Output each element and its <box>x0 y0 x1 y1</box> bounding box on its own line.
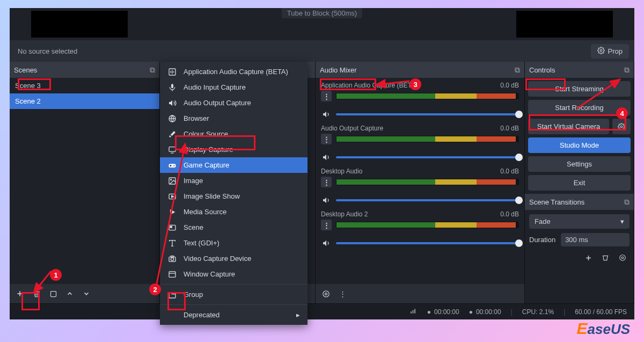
menu-item-label: Game Capture <box>184 161 229 169</box>
menu-item-scene[interactable]: Scene <box>160 220 308 235</box>
obs-app-window: Tube to Block (500ms) No source selected… <box>10 8 634 319</box>
audio-meter: -60-55-50-45-40-35-30-25-20-15-10-50 <box>336 93 519 99</box>
svg-rect-29 <box>169 271 175 277</box>
menu-item-mic[interactable]: Audio Input Capture <box>160 79 308 95</box>
scene-item[interactable]: Scene 2 <box>10 93 159 109</box>
menu-item-label: Text (GDI+) <box>184 239 219 247</box>
scene-icon <box>167 223 177 232</box>
start-virtual-camera-button[interactable]: Start Virtual Camera <box>528 119 609 134</box>
volume-slider[interactable] <box>336 113 519 115</box>
audio-meter: -60-55-50-45-40-35-30-25-20-15-10-50 <box>336 136 519 142</box>
delete-transition-button[interactable] <box>598 251 612 265</box>
add-transition-button[interactable] <box>581 251 595 265</box>
exit-button[interactable]: Exit <box>528 175 631 191</box>
start-recording-button[interactable]: Start Recording <box>528 100 631 115</box>
menu-item-globe[interactable]: Browser <box>160 111 308 126</box>
channel-db: 0.0 dB <box>500 82 519 89</box>
scenes-header: Scenes ⧉ <box>10 62 159 78</box>
properties-label: Prop <box>608 47 623 55</box>
svg-rect-46 <box>414 309 415 314</box>
scene-transitions-body: Fade ▾ Duration 300 ms <box>525 210 634 269</box>
slideshow-icon <box>167 192 177 201</box>
camera-icon <box>167 254 177 264</box>
svg-rect-11 <box>169 147 175 151</box>
properties-button[interactable]: Prop <box>591 44 629 59</box>
volume-slider[interactable] <box>336 199 519 201</box>
filter-scene-button[interactable] <box>46 287 60 301</box>
duration-label: Duration <box>529 236 555 244</box>
volume-slider[interactable] <box>336 242 519 244</box>
start-streaming-button[interactable]: Start Streaming <box>528 81 631 97</box>
virtual-camera-settings-button[interactable] <box>612 119 631 134</box>
menu-item-text[interactable]: Text (GDI+) <box>160 235 308 251</box>
controls-header: Controls ⧉ <box>525 62 634 78</box>
move-scene-down-button[interactable] <box>79 287 93 301</box>
add-scene-button[interactable] <box>13 287 27 301</box>
menu-item-label: Scene <box>184 223 203 231</box>
channel-menu-button[interactable]: ⋮ <box>321 134 332 144</box>
svg-point-37 <box>325 293 327 295</box>
menu-item-label: Display Capture <box>184 145 233 154</box>
speaker-icon <box>167 98 177 108</box>
transition-settings-button[interactable] <box>616 251 630 265</box>
play-icon <box>167 207 177 217</box>
svg-point-42 <box>621 257 624 259</box>
audio-mixer-footer: ⋮ <box>316 284 524 303</box>
popout-icon[interactable]: ⧉ <box>624 66 630 75</box>
annotation-badge-3: 3 <box>409 78 421 90</box>
menu-item-brush[interactable]: Colour Source <box>160 126 308 142</box>
preview-right <box>516 11 613 38</box>
popout-icon[interactable]: ⧉ <box>515 66 520 75</box>
popout-icon[interactable]: ⧉ <box>150 66 155 75</box>
menu-item-camera[interactable]: Video Capture Device <box>160 251 308 266</box>
mute-button[interactable] <box>321 109 332 120</box>
svg-marker-21 <box>170 209 175 215</box>
channel-name: Desktop Audio 2 <box>321 210 368 218</box>
scene-item[interactable]: Scene 3 <box>10 78 159 93</box>
svg-marker-34 <box>323 155 326 161</box>
svg-point-39 <box>620 126 623 128</box>
svg-marker-9 <box>169 100 172 106</box>
menu-item-slideshow[interactable]: Image Slide Show <box>160 188 308 204</box>
duration-input[interactable]: 300 ms <box>561 233 630 246</box>
window-icon <box>167 270 177 279</box>
popout-icon[interactable]: ⧉ <box>624 198 630 207</box>
menu-item-play[interactable]: Media Source <box>160 204 308 220</box>
status-cpu: CPU: 2.1% <box>522 308 554 316</box>
volume-slider[interactable] <box>336 156 519 158</box>
menu-item-image[interactable]: Image <box>160 173 308 188</box>
studio-mode-button[interactable]: Studio Mode <box>528 137 631 153</box>
svg-marker-35 <box>323 198 326 203</box>
mixer-menu-button[interactable]: ⋮ <box>335 287 349 301</box>
controls-panel: Controls ⧉ Start Streaming Start Recordi… <box>525 62 634 194</box>
menu-item-label: Image Slide Show <box>184 192 240 200</box>
source-toolbar: No source selected Prop <box>10 40 634 62</box>
channel-db: 0.0 dB <box>500 125 519 132</box>
svg-rect-23 <box>170 226 172 228</box>
transition-select[interactable]: Fade ▾ <box>529 214 630 229</box>
settings-button[interactable]: Settings <box>528 156 631 172</box>
mute-button[interactable] <box>321 152 332 163</box>
svg-marker-20 <box>172 195 174 198</box>
mixer-channel: Desktop Audio 20.0 dB⋮-60-55-50-45-40-35… <box>316 209 524 252</box>
move-scene-up-button[interactable] <box>63 287 77 301</box>
menu-item-display[interactable]: Display Capture <box>160 142 308 157</box>
preview-area: Tube to Block (500ms) <box>10 8 634 40</box>
channel-menu-button[interactable]: ⋮ <box>321 220 332 230</box>
mute-button[interactable] <box>321 238 332 249</box>
svg-point-0 <box>600 49 602 52</box>
channel-menu-button[interactable]: ⋮ <box>321 91 332 101</box>
text-icon <box>167 238 177 248</box>
channel-menu-button[interactable]: ⋮ <box>321 177 332 187</box>
menu-item-label: Audio Input Capture <box>184 83 246 91</box>
menu-item-window[interactable]: Window Capture <box>160 266 308 282</box>
svg-rect-3 <box>50 291 56 296</box>
menu-item-speaker[interactable]: Audio Output Capture <box>160 95 308 111</box>
menu-item-gamepad[interactable]: Game Capture <box>160 157 308 173</box>
menu-item-label: Media Source <box>184 208 226 216</box>
audio-mixer-panel: Audio Mixer ⧉ Application Audio Capture … <box>316 62 525 303</box>
mute-button[interactable] <box>321 195 332 206</box>
channel-name: Audio Output Capture <box>321 125 383 132</box>
mixer-settings-button[interactable] <box>319 287 333 301</box>
delete-scene-button[interactable] <box>30 287 43 301</box>
